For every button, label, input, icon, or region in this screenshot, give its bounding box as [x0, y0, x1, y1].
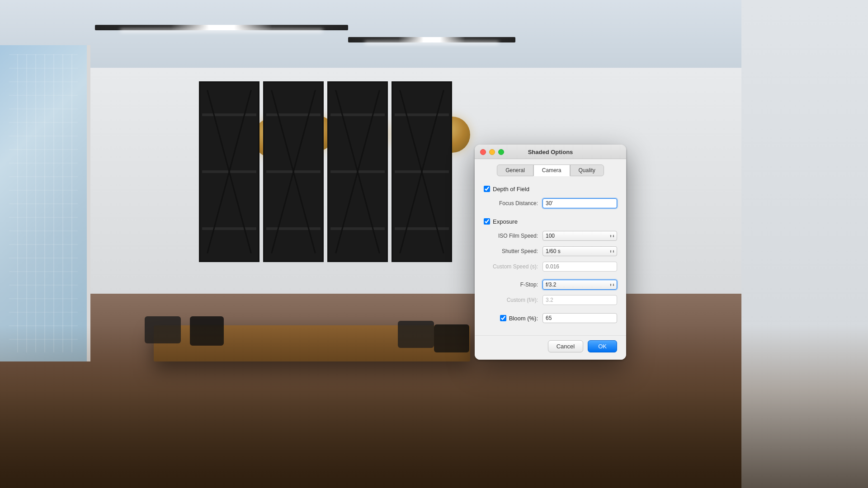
ceiling-light-2: [348, 37, 515, 42]
exposure-label: Exposure: [493, 218, 518, 225]
focus-distance-row: Focus Distance:: [484, 198, 617, 209]
shelf-unit-1: [199, 81, 259, 262]
shelf-unit-3: [327, 81, 388, 262]
exposure-checkbox-label[interactable]: Exposure: [484, 218, 518, 225]
tab-camera[interactable]: Camera: [533, 164, 570, 176]
tab-quality[interactable]: Quality: [570, 164, 604, 176]
shaded-options-dialog: Shaded Options General Camera Quality De…: [475, 145, 626, 360]
custom-fstop-row: Custom (f/#):: [484, 295, 617, 305]
iso-film-speed-select[interactable]: 100 200 400 800: [542, 231, 617, 241]
custom-speed-label: Custom Speed (s):: [484, 263, 542, 270]
fstop-label: F-Stop:: [484, 282, 542, 288]
shelf-unit-2: [263, 81, 324, 262]
dialog-titlebar: Shaded Options: [475, 145, 626, 159]
shutter-speed-row: Shutter Speed: 1/60 s 1/125 s 1/250 s: [484, 246, 617, 257]
dialog-title: Shaded Options: [528, 149, 573, 155]
bloom-label: Bloom (%):: [509, 315, 538, 322]
chair-1: [145, 316, 181, 343]
depth-of-field-checkbox[interactable]: [484, 186, 490, 192]
tab-general[interactable]: General: [497, 164, 533, 176]
bloom-row: Bloom (%):: [484, 313, 617, 324]
fstop-row: F-Stop: f/1.4 f/2.0 f/2.8 f/3.2 f/4.0 f/…: [484, 279, 617, 290]
minimize-button[interactable]: [489, 149, 495, 155]
bloom-checkbox[interactable]: [500, 315, 506, 321]
custom-speed-row: Custom Speed (s):: [484, 261, 617, 272]
window-left: [0, 45, 90, 361]
chair-2: [190, 316, 224, 346]
iso-film-speed-label: ISO Film Speed:: [484, 233, 542, 239]
dialog-tabs: General Camera Quality: [475, 159, 626, 176]
fstop-select-wrapper: f/1.4 f/2.0 f/2.8 f/3.2 f/4.0 f/5.6 f/8.…: [542, 280, 617, 290]
exposure-checkbox[interactable]: [484, 218, 490, 225]
close-button[interactable]: [480, 149, 486, 155]
ceiling-light-1: [95, 25, 348, 30]
cancel-button[interactable]: Cancel: [548, 340, 583, 352]
iso-film-speed-select-wrapper: 100 200 400 800: [542, 231, 617, 241]
custom-speed-input[interactable]: [542, 262, 617, 272]
custom-fstop-label: Custom (f/#):: [484, 297, 542, 303]
focus-distance-label: Focus Distance:: [484, 200, 542, 206]
background-scene: [0, 0, 868, 488]
shelves: [199, 81, 452, 262]
exposure-section: Exposure: [484, 216, 617, 227]
bloom-input[interactable]: [542, 313, 617, 323]
titlebar-buttons: [480, 149, 504, 155]
dialog-footer: Cancel OK: [475, 335, 626, 360]
fstop-select[interactable]: f/1.4 f/2.0 f/2.8 f/3.2 f/4.0 f/5.6 f/8.…: [542, 280, 617, 290]
custom-fstop-input[interactable]: [542, 295, 617, 305]
shelf-unit-4: [392, 81, 452, 262]
shutter-speed-select-wrapper: 1/60 s 1/125 s 1/250 s: [542, 246, 617, 256]
depth-of-field-label: Depth of Field: [493, 186, 529, 192]
chair-4: [434, 324, 469, 352]
shutter-speed-select[interactable]: 1/60 s 1/125 s 1/250 s: [542, 246, 617, 256]
bloom-checkbox-label[interactable]: Bloom (%):: [484, 315, 542, 322]
dialog-content: Depth of Field Focus Distance: Exposure …: [475, 176, 626, 335]
ok-button[interactable]: OK: [588, 340, 617, 352]
right-wall: [741, 0, 868, 488]
maximize-button[interactable]: [498, 149, 504, 155]
depth-of-field-checkbox-label[interactable]: Depth of Field: [484, 186, 529, 192]
chair-3: [398, 321, 434, 348]
focus-distance-input[interactable]: [542, 198, 617, 208]
shutter-speed-label: Shutter Speed:: [484, 248, 542, 254]
iso-film-speed-row: ISO Film Speed: 100 200 400 800: [484, 230, 617, 241]
depth-of-field-section: Depth of Field: [484, 183, 617, 194]
